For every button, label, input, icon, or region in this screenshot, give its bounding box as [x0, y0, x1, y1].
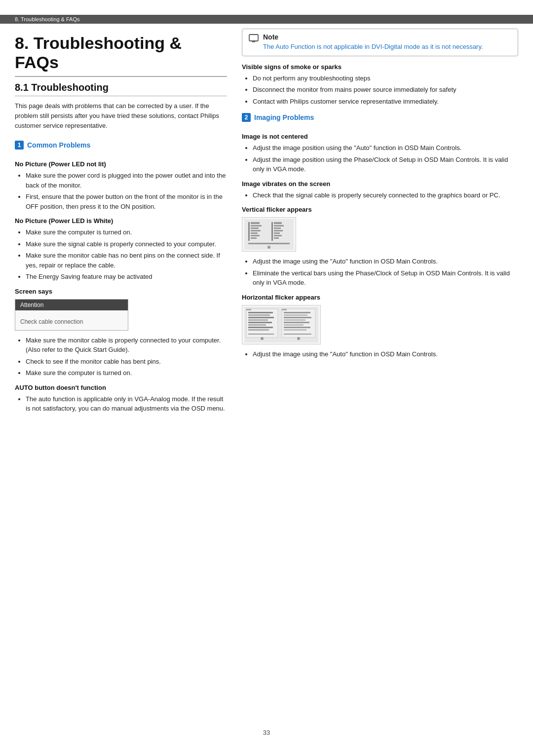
list-item: Adjust the image using the "Auto" functi…: [253, 349, 518, 359]
svg-rect-32: [248, 334, 274, 335]
svg-rect-27: [248, 319, 268, 321]
svg-rect-35: [284, 312, 310, 313]
image-vibrates-title: Image vibrates on the screen: [242, 180, 518, 188]
svg-rect-1: [252, 41, 255, 42]
svg-point-21: [267, 246, 270, 249]
no-picture-led-not-lit-list: Make sure the power cord is plugged into…: [15, 171, 227, 211]
svg-rect-26: [248, 317, 274, 318]
svg-rect-0: [249, 35, 258, 41]
image-not-centered-list: Adjust the image position using the "Aut…: [242, 143, 518, 174]
svg-rect-25: [248, 314, 270, 316]
svg-rect-6: [251, 225, 262, 227]
note-content: Note The Auto Function is not applicable…: [263, 33, 483, 52]
horizontal-flicker-title: Horizontal flicker appears: [242, 294, 518, 301]
svg-rect-10: [251, 235, 260, 236]
screen-says-list: Make sure the monitor cable is properly …: [15, 336, 227, 378]
horizontal-flicker-list: Adjust the image using the "Auto" functi…: [242, 349, 518, 359]
svg-rect-15: [274, 227, 281, 229]
svg-rect-28: [248, 322, 272, 323]
svg-rect-42: [284, 329, 306, 331]
screen-says-header: Attention: [15, 300, 128, 310]
svg-rect-4: [248, 222, 250, 241]
list-item: Make sure the monitor cable has no bent …: [26, 251, 227, 270]
note-icon: [248, 33, 259, 46]
vertical-flicker-image: [242, 217, 296, 252]
svg-rect-5: [251, 222, 260, 224]
image-not-centered-title: Image is not centered: [242, 133, 518, 140]
image-vibrates-list: Check that the signal cable is properly …: [242, 190, 518, 200]
badge-number-2: 2: [242, 113, 251, 122]
svg-rect-14: [274, 225, 284, 227]
svg-point-44: [297, 337, 300, 340]
svg-rect-19: [274, 237, 279, 239]
svg-rect-45: [246, 309, 251, 310]
common-problems-label: Common Problems: [27, 141, 90, 149]
list-item: Contact with Philips customer service re…: [253, 97, 518, 107]
svg-rect-13: [274, 222, 282, 224]
no-picture-led-white-list: Make sure the computer is turned on. Mak…: [15, 227, 227, 282]
imaging-problems-badge: 2 Imaging Problems: [242, 113, 314, 122]
list-item: First, ensure that the power button on t…: [26, 192, 227, 211]
svg-rect-30: [248, 327, 273, 328]
main-content: 8. Troubleshooting & FAQs 8.1 Troublesho…: [0, 29, 533, 714]
svg-rect-24: [248, 312, 273, 313]
list-item: Make sure the computer is turned on.: [26, 227, 227, 237]
svg-point-33: [261, 337, 264, 340]
right-column: Note The Auto Function is not applicable…: [242, 29, 518, 714]
list-item: Check to see if the monitor cable has be…: [26, 357, 227, 367]
svg-rect-41: [284, 327, 310, 328]
auto-button-list: The auto function is applicable only in …: [15, 394, 227, 414]
svg-rect-11: [251, 237, 257, 239]
note-text: The Auto Function is not applicable in D…: [263, 42, 483, 52]
list-item: Make sure the signal cable is properly c…: [26, 239, 227, 249]
badge-number-1: 1: [15, 141, 24, 150]
svg-rect-17: [274, 232, 280, 234]
intro-text: This page deals with problems that can b…: [15, 101, 227, 131]
list-item: Make sure the computer is turned on.: [26, 368, 227, 378]
svg-rect-18: [274, 235, 282, 236]
page-number: 33: [0, 729, 533, 736]
list-item: Adjust the image position using the Phas…: [253, 155, 518, 174]
svg-rect-8: [251, 230, 261, 231]
svg-rect-20: [248, 243, 290, 244]
list-item: The auto function is applicable only in …: [26, 394, 227, 414]
visible-signs-title: Visible signs of smoke or sparks: [242, 63, 518, 71]
imaging-problems-label: Imaging Problems: [254, 113, 314, 121]
screen-says-title: Screen says: [15, 288, 227, 295]
list-item: Check that the signal cable is properly …: [253, 190, 518, 200]
svg-rect-31: [248, 329, 269, 331]
svg-rect-29: [248, 324, 266, 326]
svg-rect-36: [284, 314, 307, 316]
note-box: Note The Auto Function is not applicable…: [242, 29, 518, 56]
svg-rect-43: [284, 334, 311, 335]
page: 8. Troubleshooting & FAQs 8. Troubleshoo…: [0, 0, 533, 756]
svg-rect-37: [284, 317, 311, 318]
horizontal-flicker-image: [242, 305, 321, 344]
list-item: Make sure the power cord is plugged into…: [26, 171, 227, 190]
vertical-flicker-title: Vertical flicker appears: [242, 206, 518, 213]
screen-says-body: Check cable connection: [15, 310, 128, 330]
no-picture-led-white-title: No Picture (Power LED is White): [15, 217, 227, 225]
svg-rect-12: [271, 222, 273, 241]
list-item: Adjust the image using the "Auto" functi…: [253, 257, 518, 266]
list-item: Make sure the monitor cable is properly …: [26, 336, 227, 355]
list-item: The Energy Saving feature may be activat…: [26, 272, 227, 282]
svg-rect-38: [284, 319, 305, 321]
svg-rect-40: [284, 324, 304, 326]
list-item: Disconnect the monitor from mains power …: [253, 85, 518, 95]
svg-rect-7: [251, 227, 259, 229]
svg-rect-9: [251, 232, 258, 234]
note-title: Note: [263, 33, 483, 41]
page-title: 8. Troubleshooting & FAQs: [15, 34, 227, 77]
list-item: Adjust the image position using the "Aut…: [253, 143, 518, 153]
left-column: 8. Troubleshooting & FAQs 8.1 Troublesho…: [15, 29, 227, 714]
svg-rect-39: [284, 322, 309, 323]
vertical-flicker-list: Adjust the image using the "Auto" functi…: [242, 257, 518, 288]
list-item: Eliminate the vertical bars using the Ph…: [253, 268, 518, 288]
breadcrumb: 8. Troubleshooting & FAQs: [0, 15, 533, 24]
svg-rect-46: [282, 309, 287, 310]
no-picture-led-not-lit-title: No Picture (Power LED not lit): [15, 160, 227, 168]
section-title: 8.1 Troubleshooting: [15, 82, 227, 96]
visible-signs-list: Do not perform any troubleshooting steps…: [242, 74, 518, 107]
list-item: Do not perform any troubleshooting steps: [253, 74, 518, 83]
